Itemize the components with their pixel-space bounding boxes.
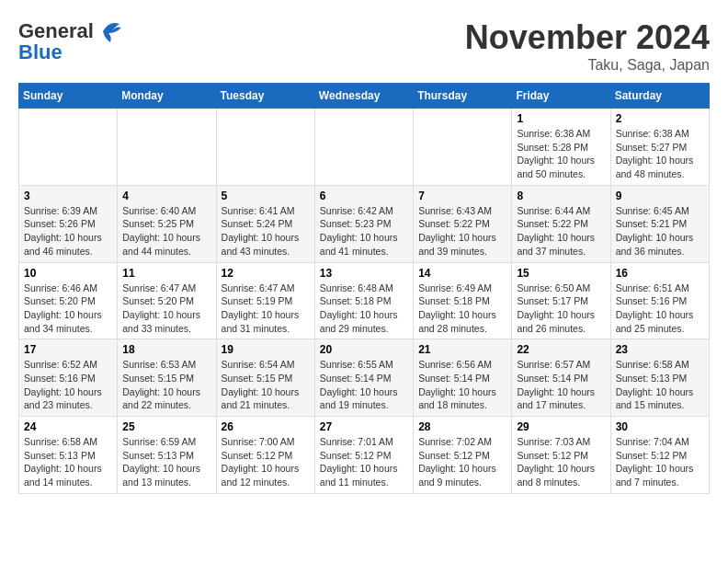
day-number: 2 [616,112,704,125]
calendar-day-cell: 16Sunrise: 6:51 AM Sunset: 5:16 PM Dayli… [610,262,709,339]
calendar-day-cell: 5Sunrise: 6:41 AM Sunset: 5:24 PM Daylig… [216,185,314,262]
calendar-day-cell: 14Sunrise: 6:49 AM Sunset: 5:18 PM Dayli… [414,262,512,339]
day-number: 21 [418,343,506,356]
day-info: Sunrise: 6:47 AM Sunset: 5:20 PM Dayligh… [122,282,210,336]
calendar-week-row: 3Sunrise: 6:39 AM Sunset: 5:26 PM Daylig… [19,185,710,262]
day-info: Sunrise: 6:44 AM Sunset: 5:22 PM Dayligh… [517,204,605,259]
weekday-header-cell: Sunday [19,84,118,109]
day-number: 24 [24,420,112,433]
day-number: 11 [122,267,210,280]
day-number: 19 [222,343,310,356]
calendar-week-row: 10Sunrise: 6:46 AM Sunset: 5:20 PM Dayli… [19,262,710,339]
day-info: Sunrise: 7:01 AM Sunset: 5:12 PM Dayligh… [320,435,408,489]
day-info: Sunrise: 6:45 AM Sunset: 5:21 PM Dayligh… [616,204,704,259]
day-info: Sunrise: 6:51 AM Sunset: 5:16 PM Dayligh… [616,282,704,336]
calendar-day-cell: 11Sunrise: 6:47 AM Sunset: 5:20 PM Dayli… [118,262,216,339]
calendar-day-cell: 22Sunrise: 6:57 AM Sunset: 5:14 PM Dayli… [512,339,610,417]
day-info: Sunrise: 6:56 AM Sunset: 5:14 PM Dayligh… [418,358,506,412]
day-info: Sunrise: 6:40 AM Sunset: 5:25 PM Dayligh… [122,204,210,259]
day-number: 3 [24,190,112,202]
weekday-header-cell: Friday [512,84,610,109]
weekday-header-cell: Saturday [610,84,709,109]
day-info: Sunrise: 6:49 AM Sunset: 5:18 PM Dayligh… [418,282,506,336]
calendar-week-row: 24Sunrise: 6:58 AM Sunset: 5:13 PM Dayli… [19,417,710,494]
calendar-week-row: 17Sunrise: 6:52 AM Sunset: 5:16 PM Dayli… [19,339,710,417]
day-number: 5 [222,190,310,202]
day-info: Sunrise: 7:04 AM Sunset: 5:12 PM Dayligh… [616,435,704,489]
calendar-day-cell: 3Sunrise: 6:39 AM Sunset: 5:26 PM Daylig… [19,185,118,262]
day-number: 4 [122,190,210,202]
day-info: Sunrise: 6:59 AM Sunset: 5:13 PM Dayligh… [122,435,210,489]
day-number: 17 [24,343,112,356]
calendar-day-cell [216,109,314,186]
calendar-day-cell: 18Sunrise: 6:53 AM Sunset: 5:15 PM Dayli… [118,339,216,417]
day-number: 14 [418,267,506,280]
day-number: 10 [24,267,112,280]
calendar-week-row: 1Sunrise: 6:38 AM Sunset: 5:28 PM Daylig… [19,109,710,186]
weekday-header-cell: Wednesday [314,84,413,109]
day-number: 18 [122,343,210,356]
day-number: 26 [222,420,310,433]
day-info: Sunrise: 7:02 AM Sunset: 5:12 PM Dayligh… [418,435,506,489]
day-info: Sunrise: 6:42 AM Sunset: 5:23 PM Dayligh… [320,204,408,259]
calendar-table: SundayMondayTuesdayWednesdayThursdayFrid… [18,83,710,494]
calendar-day-cell: 27Sunrise: 7:01 AM Sunset: 5:12 PM Dayli… [314,417,413,494]
calendar-day-cell: 28Sunrise: 7:02 AM Sunset: 5:12 PM Dayli… [414,417,512,494]
day-number: 8 [517,190,605,202]
calendar-day-cell: 20Sunrise: 6:55 AM Sunset: 5:14 PM Dayli… [314,339,413,417]
day-number: 16 [616,267,704,280]
calendar-day-cell: 12Sunrise: 6:47 AM Sunset: 5:19 PM Dayli… [216,262,314,339]
calendar-day-cell: 19Sunrise: 6:54 AM Sunset: 5:15 PM Dayli… [216,339,314,417]
calendar-day-cell: 6Sunrise: 6:42 AM Sunset: 5:23 PM Daylig… [314,185,413,262]
calendar-day-cell: 15Sunrise: 6:50 AM Sunset: 5:17 PM Dayli… [512,262,610,339]
day-number: 29 [517,420,605,433]
calendar-day-cell: 29Sunrise: 7:03 AM Sunset: 5:12 PM Dayli… [512,417,610,494]
page-header: General Blue November 2024 Taku, Saga, J… [18,18,710,74]
day-number: 22 [517,343,605,356]
day-number: 12 [222,267,310,280]
day-info: Sunrise: 6:46 AM Sunset: 5:20 PM Dayligh… [24,282,112,336]
day-number: 7 [418,190,506,202]
calendar-day-cell: 30Sunrise: 7:04 AM Sunset: 5:12 PM Dayli… [610,417,709,494]
day-number: 6 [320,190,408,202]
calendar-day-cell: 2Sunrise: 6:38 AM Sunset: 5:27 PM Daylig… [610,109,709,186]
day-number: 20 [320,343,408,356]
day-info: Sunrise: 6:58 AM Sunset: 5:13 PM Dayligh… [616,358,704,412]
calendar-day-cell: 7Sunrise: 6:43 AM Sunset: 5:22 PM Daylig… [414,185,512,262]
calendar-day-cell: 13Sunrise: 6:48 AM Sunset: 5:18 PM Dayli… [314,262,413,339]
calendar-day-cell: 23Sunrise: 6:58 AM Sunset: 5:13 PM Dayli… [610,339,709,417]
day-info: Sunrise: 6:38 AM Sunset: 5:27 PM Dayligh… [616,127,704,181]
day-info: Sunrise: 6:43 AM Sunset: 5:22 PM Dayligh… [418,204,506,259]
day-info: Sunrise: 6:58 AM Sunset: 5:13 PM Dayligh… [24,435,112,489]
day-info: Sunrise: 7:00 AM Sunset: 5:12 PM Dayligh… [222,435,310,489]
calendar-day-cell [314,109,413,186]
calendar-day-cell: 8Sunrise: 6:44 AM Sunset: 5:22 PM Daylig… [512,185,610,262]
day-info: Sunrise: 6:39 AM Sunset: 5:26 PM Dayligh… [24,204,112,259]
day-info: Sunrise: 6:54 AM Sunset: 5:15 PM Dayligh… [222,358,310,412]
month-title: November 2024 [465,18,710,57]
day-number: 15 [517,267,605,280]
calendar-day-cell: 9Sunrise: 6:45 AM Sunset: 5:21 PM Daylig… [610,185,709,262]
day-number: 23 [616,343,704,356]
calendar-day-cell: 17Sunrise: 6:52 AM Sunset: 5:16 PM Dayli… [19,339,118,417]
weekday-header-row: SundayMondayTuesdayWednesdayThursdayFrid… [19,84,710,109]
day-number: 13 [320,267,408,280]
calendar-day-cell: 21Sunrise: 6:56 AM Sunset: 5:14 PM Dayli… [414,339,512,417]
day-info: Sunrise: 6:38 AM Sunset: 5:28 PM Dayligh… [517,127,605,181]
day-info: Sunrise: 7:03 AM Sunset: 5:12 PM Dayligh… [517,435,605,489]
day-number: 28 [418,420,506,433]
day-info: Sunrise: 6:48 AM Sunset: 5:18 PM Dayligh… [320,282,408,336]
calendar-day-cell [414,109,512,186]
calendar-day-cell: 24Sunrise: 6:58 AM Sunset: 5:13 PM Dayli… [19,417,118,494]
day-info: Sunrise: 6:57 AM Sunset: 5:14 PM Dayligh… [517,358,605,412]
calendar-day-cell: 1Sunrise: 6:38 AM Sunset: 5:28 PM Daylig… [512,109,610,186]
logo-bird-icon [96,18,123,44]
day-info: Sunrise: 6:47 AM Sunset: 5:19 PM Dayligh… [222,282,310,336]
day-info: Sunrise: 6:52 AM Sunset: 5:16 PM Dayligh… [24,358,112,412]
day-number: 27 [320,420,408,433]
calendar-day-cell [19,109,118,186]
calendar-day-cell: 4Sunrise: 6:40 AM Sunset: 5:25 PM Daylig… [118,185,216,262]
calendar-day-cell: 26Sunrise: 7:00 AM Sunset: 5:12 PM Dayli… [216,417,314,494]
location: Taku, Saga, Japan [465,57,710,74]
day-info: Sunrise: 6:50 AM Sunset: 5:17 PM Dayligh… [517,282,605,336]
